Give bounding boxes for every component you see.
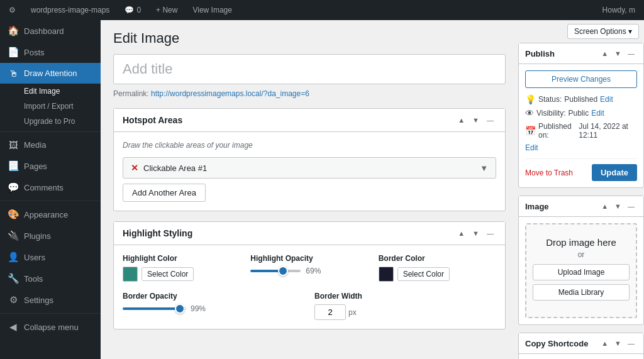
image-panel-title: Image — [525, 202, 549, 211]
highlight-panel-header[interactable]: Highlight Styling ▲ ▼ — — [114, 222, 505, 245]
border-width-input[interactable] — [314, 304, 346, 320]
visibility-label: Visibility: — [536, 109, 565, 118]
shortcode-panel-content: [drawattention] — [519, 354, 643, 359]
sidebar-item-label: Pages — [24, 162, 47, 171]
shortcode-panel-controls: ▲ ▼ — — [599, 338, 637, 348]
sidebar-sub-upgrade[interactable]: Upgrade to Pro — [0, 114, 101, 129]
publish-up-btn[interactable]: ▲ — [599, 48, 611, 58]
sidebar-item-label: Posts — [24, 48, 45, 57]
area-name: Clickable Area #1 — [143, 163, 207, 173]
sidebar-item-media[interactable]: 🖼 Media — [0, 135, 101, 155]
highlight-color-select-btn[interactable]: Select Color — [142, 267, 194, 281]
shortcode-toggle-btn[interactable]: — — [625, 338, 637, 348]
media-icon: 🖼 — [8, 140, 19, 150]
sidebar-sub-edit-image[interactable]: Edit Image — [0, 84, 101, 99]
shortcode-up-btn[interactable]: ▲ — [599, 338, 611, 348]
shortcode-down-btn[interactable]: ▼ — [612, 338, 624, 348]
px-label: px — [348, 308, 357, 317]
shortcode-panel-title: Copy Shortcode — [525, 339, 588, 348]
hotspot-panel-header[interactable]: Hotspot Areas ▲ ▼ — — [114, 109, 505, 132]
sidebar-item-label: Tools — [24, 274, 43, 284]
image-up-btn[interactable]: ▲ — [599, 201, 611, 211]
border-color-select-btn[interactable]: Select Color — [397, 267, 450, 281]
border-opacity-item: Border Opacity 99% — [123, 292, 304, 320]
appearance-icon: 🎨 — [8, 209, 19, 220]
site-name-label: wordpress-image-maps — [31, 6, 109, 14]
screen-options-button[interactable]: Screen Options ▾ — [567, 24, 639, 39]
sidebar-item-dashboard[interactable]: 🏠 Dashboard — [0, 20, 101, 41]
site-name[interactable]: wordpress-image-maps — [27, 0, 113, 20]
sidebar-item-pages[interactable]: 📃 Pages — [0, 155, 101, 177]
sidebar-item-settings[interactable]: ⚙ Settings — [0, 289, 101, 311]
sidebar-item-label: Comments — [24, 183, 64, 192]
highlight-opacity-slider[interactable] — [250, 270, 301, 272]
draw-attention-icon: 🖱 — [8, 68, 19, 79]
view-image-label: View Image — [192, 6, 231, 14]
publish-date-edit-link[interactable]: Edit — [525, 143, 637, 152]
new-link[interactable]: + New — [152, 0, 181, 20]
sidebar-item-label: Users — [24, 253, 45, 262]
visibility-value: Public — [568, 109, 589, 118]
highlight-opacity-row: 69% — [250, 267, 368, 275]
sidebar-item-draw-attention[interactable]: 🖱 Draw Attention — [0, 63, 101, 84]
styling-grid: Highlight Color Select Color Highlight O… — [123, 254, 496, 282]
add-area-button[interactable]: Add Another Area — [123, 184, 206, 202]
area-toggle-btn[interactable]: ▼ — [480, 163, 488, 173]
sidebar-item-label: Media — [24, 140, 46, 150]
right-sidebar: Screen Options ▾ Publish ▲ ▼ — Preview C… — [518, 20, 644, 359]
highlight-opacity-item: Highlight Opacity 69% — [250, 254, 368, 282]
highlight-down-btn[interactable]: ▼ — [470, 228, 482, 238]
highlight-color-swatch[interactable] — [123, 267, 138, 282]
drop-or: or — [533, 250, 630, 259]
upload-image-button[interactable]: Upload Image — [533, 264, 630, 280]
sidebar-sub-import-export[interactable]: Import / Export — [0, 99, 101, 114]
wp-logo[interactable]: ⚙ — [5, 0, 19, 20]
hotspot-down-btn[interactable]: ▼ — [470, 115, 482, 125]
area-left: ✕ Clickable Area #1 — [131, 163, 207, 173]
hotspot-up-btn[interactable]: ▲ — [455, 115, 467, 125]
title-input[interactable] — [113, 54, 506, 84]
preview-changes-button[interactable]: Preview Changes — [525, 70, 637, 88]
sidebar-divider — [0, 131, 101, 132]
sidebar-item-appearance[interactable]: 🎨 Appearance — [0, 204, 101, 225]
border-opacity-label: Border Opacity — [123, 292, 304, 301]
publish-toggle-btn[interactable]: — — [625, 48, 637, 58]
highlight-opacity-label: Highlight Opacity — [250, 254, 368, 263]
comments-icon: 💬 — [8, 182, 19, 193]
permalink-url[interactable]: http://wordpressimagemaps.local/?da_imag… — [151, 89, 309, 98]
highlight-up-btn[interactable]: ▲ — [455, 228, 467, 238]
hotspot-toggle-btn[interactable]: — — [484, 115, 496, 125]
image-drop-area[interactable]: Drop image here or Upload Image Media Li… — [525, 223, 637, 318]
howdy-label: Howdy, m — [602, 6, 635, 14]
collapse-icon: ◀ — [8, 321, 19, 333]
publish-down-btn[interactable]: ▼ — [612, 48, 624, 58]
status-edit-link[interactable]: Edit — [600, 95, 613, 104]
sidebar-item-plugins[interactable]: 🔌 Plugins — [0, 225, 101, 246]
update-button[interactable]: Update — [592, 164, 637, 181]
view-image-link[interactable]: View Image — [189, 0, 235, 20]
status-label: Status: — [538, 95, 562, 104]
highlight-toggle-btn[interactable]: — — [484, 228, 496, 238]
publish-date-row: 📅 Published on: Jul 14, 2022 at 12:11 — [525, 122, 637, 140]
sidebar-item-posts[interactable]: 📄 Posts — [0, 41, 101, 63]
visibility-edit-link[interactable]: Edit — [591, 109, 604, 118]
howdy-menu[interactable]: Howdy, m — [599, 0, 639, 20]
area-delete-btn[interactable]: ✕ — [131, 163, 138, 173]
sidebar-item-users[interactable]: 👤 Users — [0, 246, 101, 268]
sidebar-item-collapse[interactable]: ◀ Collapse menu — [0, 316, 101, 338]
border-color-swatch[interactable] — [379, 267, 394, 282]
comment-count: 0 — [136, 6, 141, 14]
image-down-btn[interactable]: ▼ — [612, 201, 624, 211]
move-trash-link[interactable]: Move to Trash — [525, 168, 573, 177]
border-width-label: Border Width — [314, 292, 496, 301]
media-library-button[interactable]: Media Library — [533, 284, 630, 301]
published-on-label: Published on: — [538, 122, 576, 140]
sidebar-item-label: Settings — [24, 295, 53, 305]
sidebar-item-tools[interactable]: 🔧 Tools — [0, 268, 101, 289]
sidebar-item-comments[interactable]: 💬 Comments — [0, 177, 101, 198]
sidebar-divider3 — [0, 313, 101, 314]
comments-link[interactable]: 💬 0 — [121, 0, 145, 20]
permalink-label: Permalink: — [113, 89, 149, 98]
border-opacity-slider[interactable] — [123, 307, 186, 310]
image-toggle-btn[interactable]: — — [625, 201, 637, 211]
